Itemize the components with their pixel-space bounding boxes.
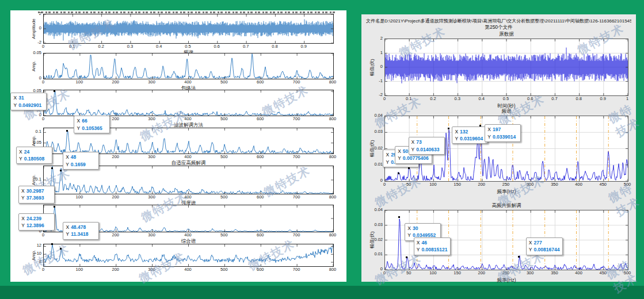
datatip[interactable]: X277Y0.00816744 — [526, 237, 563, 255]
x-tick-label: 400 — [178, 194, 199, 200]
data-point-marker[interactable] — [60, 248, 62, 250]
data-point-marker[interactable] — [518, 256, 520, 258]
data-point-marker[interactable] — [51, 167, 53, 169]
x-tick-label: 700 — [286, 79, 307, 85]
data-point-marker[interactable] — [398, 216, 400, 218]
datatip[interactable]: X31Y0.0492901 — [10, 93, 47, 110]
datatip[interactable]: X30.2987Y37.3693 — [18, 186, 55, 204]
datatip-axis-letter: Y — [21, 223, 25, 228]
datatip[interactable]: X48.478Y11.3418 — [63, 222, 99, 240]
y-axis-label: Amp. — [31, 61, 36, 72]
right-subplot-spectrum: 频谱 幅值(伏) 频率(Hz) 050100150200250300350400… — [361, 108, 636, 202]
plot-area[interactable] — [43, 14, 334, 44]
y-tick-label: 0 — [25, 75, 41, 80]
datatip-axis-letter: Y — [386, 159, 389, 165]
plot-area[interactable] — [43, 53, 334, 79]
right-subplot-hf-resonance-demodulation: 高频共振解调 幅值(伏) 频率(Hz) 05010015020025030035… — [361, 202, 636, 293]
y-tick-label: 0.05 — [25, 50, 41, 55]
datatip[interactable]: X73Y0.0140633 — [409, 137, 445, 155]
x-tick-label: 0.1 — [398, 96, 419, 101]
data-point-marker[interactable] — [448, 128, 449, 129]
x-tick-label: 500 — [617, 182, 638, 187]
desktop-background: { "app": { "watermark_text": "微特技术" }, "… — [0, 0, 644, 299]
x-tick-label: 100 — [69, 267, 90, 272]
datatip-axis-letter: Y — [66, 231, 69, 237]
data-point-marker[interactable] — [54, 90, 55, 92]
data-point-marker[interactable] — [54, 206, 55, 208]
left-subplot-3: 滤波解调方法 010020030040050060070080000.05X31… — [10, 90, 346, 128]
x-tick-label: 0.9 — [294, 44, 314, 49]
x-tick-label: 0 — [33, 267, 54, 272]
left-subplot-2: Amp. 包络法 010020030040050060070080000.05 — [10, 53, 346, 90]
data-point-marker[interactable] — [60, 170, 62, 171]
x-tick-label: 300 — [520, 270, 540, 275]
datatip-axis-letter: Y — [13, 102, 17, 108]
x-tick-label: 500 — [214, 116, 234, 121]
x-tick-label: 150 — [447, 270, 468, 275]
datatip[interactable]: X24Y0.180508 — [16, 147, 52, 164]
datatip-axis-letter: X — [66, 154, 69, 160]
x-tick-label: 800 — [322, 194, 343, 200]
y-tick-label: 10 — [25, 251, 41, 256]
y-tick-label: 0.02 — [366, 145, 383, 151]
x-tick-label: 0.2 — [91, 44, 112, 49]
x-tick-label: 200 — [105, 267, 126, 272]
x-tick-label: 350 — [544, 182, 565, 187]
x-tick-label: 300 — [142, 154, 162, 159]
datatip-axis-letter: X — [21, 216, 25, 221]
x-tick-label: 150 — [447, 182, 468, 187]
y-tick-label: 0.04 — [366, 207, 383, 212]
x-tick-label: 100 — [422, 182, 443, 187]
datatip-axis-letter: X — [407, 225, 411, 231]
data-point-marker[interactable] — [406, 256, 407, 258]
datatip[interactable]: X24.239Y12.3896 — [18, 213, 55, 231]
datatip[interactable]: X46Y0.00815121 — [414, 237, 451, 255]
x-tick-label: 400 — [178, 116, 199, 121]
datatip-axis-letter: X — [411, 139, 415, 145]
x-tick-label: 200 — [471, 270, 492, 275]
y-tick-label: 0 — [366, 178, 383, 183]
datatip-value: 0.00775406 — [403, 155, 429, 161]
right-figure-window: 文件名是D:\2021Y\Project\多通道故障预测诊断模块\项目\葛洲坝电… — [361, 14, 636, 282]
data-point-marker[interactable] — [66, 130, 68, 132]
x-tick-label: 600 — [250, 267, 270, 272]
subplot-title: 频谱 — [384, 108, 628, 115]
plot-area[interactable] — [384, 39, 628, 96]
x-tick-label: 300 — [142, 194, 162, 200]
x-tick-label: 700 — [286, 267, 307, 272]
x-tick-label: 200 — [105, 232, 126, 237]
x-tick-label: 600 — [250, 79, 270, 85]
y-tick-label: -1 — [366, 78, 383, 83]
x-tick-label: 0.7 — [544, 96, 565, 101]
datatip-axis-letter: Y — [455, 136, 458, 141]
x-tick-label: 100 — [422, 270, 443, 275]
datatip-value: 0.0339014 — [493, 134, 516, 140]
x-tick-label: 300 — [520, 182, 540, 187]
x-tick-label: 250 — [496, 270, 516, 275]
datatip[interactable]: X48Y0.1659 — [63, 152, 99, 170]
y-tick-label: 0.03 — [366, 222, 383, 227]
data-point-marker[interactable] — [51, 243, 53, 245]
datatip[interactable]: X132Y0.0319604 — [452, 126, 488, 144]
plot-area[interactable] — [43, 166, 334, 194]
datatip[interactable]: X197Y0.0339014 — [485, 124, 521, 142]
x-tick-label: 700 — [286, 116, 307, 121]
datatip[interactable]: X66Y0.105365 — [74, 116, 110, 133]
x-tick-label: 100 — [69, 194, 90, 200]
plot-area[interactable] — [43, 244, 334, 267]
y-tick-label: 0.05 — [25, 140, 41, 145]
left-figure-window: Amplitude 频谱 00.10.20.30.40.50.60.70.80.… — [10, 10, 346, 282]
datatip-value: 11.3418 — [71, 231, 88, 237]
datatip-axis-letter: X — [455, 129, 458, 135]
plot-area[interactable] — [43, 90, 334, 116]
datatip-axis-letter: Y — [19, 156, 22, 162]
datatip-value: 46 — [421, 240, 426, 246]
x-tick-label: 0.4 — [471, 96, 492, 101]
x-tick-label: 600 — [250, 194, 270, 200]
datatip-axis-letter: Y — [77, 125, 80, 131]
x-tick-label: 600 — [250, 154, 270, 159]
data-point-marker[interactable] — [398, 172, 399, 174]
signal-trace — [385, 39, 628, 95]
data-point-marker[interactable] — [408, 167, 410, 169]
x-axis-label: 频率(Hz) — [384, 277, 628, 284]
